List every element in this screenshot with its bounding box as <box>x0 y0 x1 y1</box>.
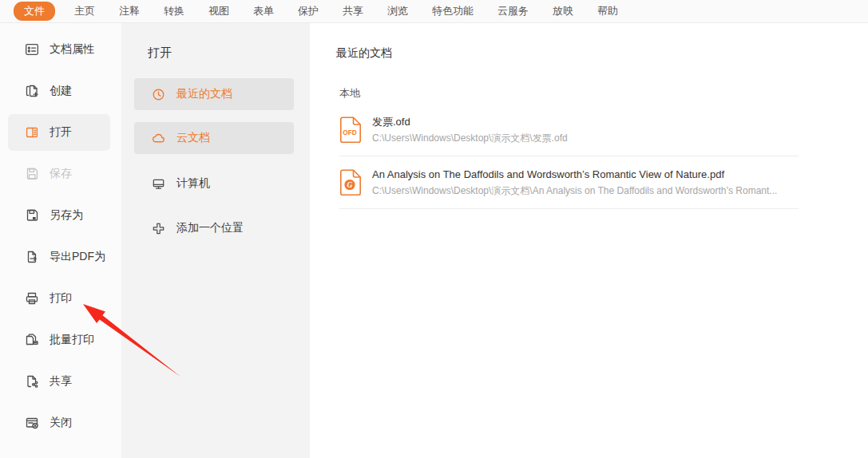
panel-item-computer[interactable]: 计算机 <box>134 168 294 199</box>
file-backstage-sidebar: 文档属性 创建 打开 <box>0 23 121 458</box>
cloud-icon <box>151 131 166 146</box>
sidebar-item-create[interactable]: 创建 <box>8 73 110 109</box>
sidebar-item-batch-print[interactable]: 批量打印 <box>8 322 110 358</box>
sidebar-item-label: 打开 <box>50 125 72 140</box>
sidebar-item-label: 另存为 <box>50 208 83 223</box>
file-row-invoice-ofd[interactable]: OFD 发票.ofd C:\Users\Windows\Desktop\演示文档… <box>339 104 799 156</box>
menu-bar: 文件 主页 注释 转换 视图 表单 保护 共享 浏览 特色功能 云服务 放映 帮… <box>0 0 868 23</box>
tab-protect[interactable]: 保护 <box>298 4 319 18</box>
tab-home[interactable]: 主页 <box>74 4 95 18</box>
save-icon <box>24 166 40 182</box>
panel-item-label: 最近的文档 <box>176 87 232 101</box>
computer-icon <box>151 176 166 191</box>
file-path: C:\Users\Windows\Desktop\演示文档\发票.ofd <box>372 132 568 144</box>
panel-item-label: 添加一个位置 <box>176 221 244 235</box>
sidebar-item-label: 打印 <box>50 291 72 306</box>
file-name: An Analysis on The Daffodils and Wordswo… <box>372 168 777 181</box>
tab-view[interactable]: 视图 <box>208 4 229 18</box>
open-panel-title: 打开 <box>148 45 310 61</box>
panel-item-label: 云文档 <box>176 131 210 145</box>
recent-documents-title: 最近的文档 <box>336 46 868 61</box>
sidebar-item-label: 文档属性 <box>50 42 94 57</box>
open-icon <box>24 124 40 140</box>
recent-file-list: OFD 发票.ofd C:\Users\Windows\Desktop\演示文档… <box>339 104 799 209</box>
panel-item-add-place[interactable]: 添加一个位置 <box>134 212 294 244</box>
file-row-analysis-pdf[interactable]: G An Analysis on The Daffodils and Words… <box>339 156 799 209</box>
clock-icon <box>151 87 166 102</box>
sidebar-item-print[interactable]: 打印 <box>8 280 110 317</box>
share-document-icon <box>24 373 40 389</box>
batch-print-icon <box>24 332 40 348</box>
export-pdf-icon <box>24 249 40 265</box>
sidebar-item-label: 关闭 <box>50 416 72 430</box>
create-document-icon <box>24 83 40 99</box>
svg-text:OFD: OFD <box>343 129 356 136</box>
panel-item-cloud-docs[interactable]: 云文档 <box>134 122 294 154</box>
tab-cloud-services[interactable]: 云服务 <box>497 4 529 18</box>
file-path: C:\Users\Windows\Desktop\演示文档\An Analysi… <box>372 185 777 197</box>
sidebar-item-close[interactable]: 关闭 <box>8 405 110 441</box>
panel-item-recent-docs[interactable]: 最近的文档 <box>134 78 294 110</box>
panel-item-label: 计算机 <box>176 176 210 191</box>
tab-featured[interactable]: 特色功能 <box>432 4 474 18</box>
sidebar-item-open[interactable]: 打开 <box>8 114 110 151</box>
tab-convert[interactable]: 转换 <box>164 4 184 18</box>
sidebar-item-label: 共享 <box>50 374 72 389</box>
sidebar-item-label: 创建 <box>50 84 72 98</box>
svg-text:G: G <box>347 181 353 189</box>
tab-share[interactable]: 共享 <box>343 4 363 18</box>
local-section-label: 本地 <box>339 86 868 101</box>
sidebar-item-label: 保存 <box>50 167 72 181</box>
tab-browse[interactable]: 浏览 <box>387 4 408 18</box>
sidebar-item-save: 保存 <box>8 156 110 192</box>
save-as-icon <box>24 207 40 223</box>
tab-help[interactable]: 帮助 <box>597 4 618 18</box>
document-properties-icon <box>24 41 40 57</box>
sidebar-item-export-pdf[interactable]: 导出PDF为 <box>8 239 110 275</box>
recent-documents-panel: 最近的文档 本地 OFD 发票.ofd C:\Users\Windows\Des… <box>310 23 868 458</box>
sidebar-item-label: 批量打印 <box>50 333 94 347</box>
sidebar-item-save-as[interactable]: 另存为 <box>8 197 110 234</box>
tab-file[interactable]: 文件 <box>14 2 55 21</box>
ofd-file-icon: OFD <box>339 116 362 144</box>
tab-slideshow[interactable]: 放映 <box>553 4 573 18</box>
tab-comment[interactable]: 注释 <box>119 4 140 18</box>
close-document-icon <box>24 415 40 431</box>
sidebar-item-share[interactable]: 共享 <box>8 363 110 400</box>
add-place-plus-icon <box>151 221 166 236</box>
sidebar-item-label: 导出PDF为 <box>50 250 105 264</box>
sidebar-item-doc-properties[interactable]: 文档属性 <box>8 31 110 68</box>
file-name: 发票.ofd <box>372 116 568 128</box>
tab-form[interactable]: 表单 <box>253 4 274 18</box>
open-panel: 打开 最近的文档 云文档 计算机 <box>121 23 310 458</box>
print-icon <box>24 290 40 306</box>
pdf-file-icon: G <box>339 169 362 196</box>
